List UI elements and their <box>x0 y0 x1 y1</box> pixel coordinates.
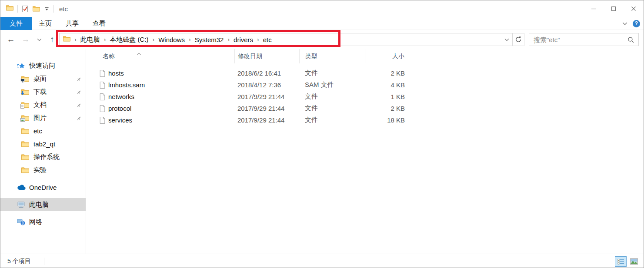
file-rows: hosts 2018/6/2 16:41 文件 2 KB lmhosts.sam… <box>87 67 644 126</box>
network-icon <box>17 219 26 225</box>
sidebar-item-label: 实验 <box>33 166 47 174</box>
collapse-ribbon-chevron-icon[interactable] <box>622 22 627 25</box>
breadcrumb-separator: › <box>70 36 80 43</box>
column-header-row: 名称 修改日期 类型 大小 <box>87 49 644 63</box>
sidebar-item-label: 文档 <box>33 101 47 109</box>
sidebar-item-network[interactable]: 网络 <box>0 215 86 228</box>
column-header-name[interactable]: 名称 <box>87 49 234 63</box>
file-type: 文件 <box>299 104 366 112</box>
properties-button[interactable] <box>22 5 28 13</box>
downloads-folder-icon <box>21 89 30 95</box>
new-folder-button[interactable] <box>33 6 40 12</box>
recent-locations-chevron-icon[interactable] <box>33 30 45 49</box>
folder-icon <box>21 128 30 134</box>
column-header-date-modified[interactable]: 修改日期 <box>234 49 299 63</box>
breadcrumb-separator: › <box>185 36 195 43</box>
quick-access-star-icon <box>17 62 26 69</box>
sidebar-item-os[interactable]: 操作系统 <box>0 150 86 163</box>
view-toggle-buttons <box>615 256 640 267</box>
breadcrumb-folder-icon <box>63 36 70 43</box>
toolbar-separator <box>17 5 18 13</box>
tab-view[interactable]: 查看 <box>86 17 113 30</box>
app-folder-icon[interactable] <box>6 5 13 13</box>
breadcrumb-windows[interactable]: Windows <box>158 36 185 43</box>
forward-button[interactable]: → <box>19 30 33 49</box>
window-title: etc <box>59 5 68 13</box>
large-icons-view-button[interactable] <box>628 256 640 267</box>
folder-icon <box>21 141 30 147</box>
breadcrumb-separator: › <box>224 36 234 43</box>
breadcrumb-drivers[interactable]: drivers <box>234 36 253 43</box>
tab-home[interactable]: 主页 <box>32 17 59 30</box>
details-view-button[interactable] <box>615 256 627 267</box>
breadcrumb-system32[interactable]: System32 <box>195 36 224 43</box>
sidebar-item-label: 操作系统 <box>33 153 60 161</box>
column-header-type[interactable]: 类型 <box>299 49 366 63</box>
sidebar-item-pictures[interactable]: 图片 <box>0 111 86 124</box>
title-bar: etc <box>0 0 644 17</box>
breadcrumb-etc[interactable]: etc <box>263 36 272 43</box>
close-button[interactable] <box>624 0 644 17</box>
file-name: hosts <box>108 69 124 77</box>
tab-share[interactable]: 共享 <box>59 17 86 30</box>
help-icon[interactable]: ? <box>633 20 640 27</box>
refresh-icon[interactable] <box>513 36 524 43</box>
sidebar-item-label: 快速访问 <box>29 62 55 70</box>
up-button[interactable]: ↑ <box>46 30 59 49</box>
sidebar-item-quick-access[interactable]: 快速访问 <box>0 59 86 72</box>
file-size: 1 KB <box>366 93 409 100</box>
address-bar[interactable]: › 此电脑 › 本地磁盘 (C:) › Windows › System32 ›… <box>59 33 524 46</box>
minimize-button[interactable] <box>584 0 604 17</box>
column-header-size[interactable]: 大小 <box>366 49 409 63</box>
file-row-hosts[interactable]: hosts 2018/6/2 16:41 文件 2 KB <box>87 67 644 79</box>
quick-access-toolbar <box>22 5 49 13</box>
sidebar-item-experiment[interactable]: 实验 <box>0 163 86 176</box>
search-icon[interactable] <box>627 36 634 43</box>
sidebar-item-label: etc <box>33 127 42 135</box>
sidebar-item-label: 网络 <box>29 218 42 226</box>
sidebar-item-tab2-qt[interactable]: tab2_qt <box>0 137 86 150</box>
file-size: 2 KB <box>366 105 409 112</box>
customize-toolbar-dropdown-icon[interactable] <box>44 7 49 11</box>
file-list-pane: 名称 修改日期 类型 大小 hosts 2018/6/2 16:41 文件 2 … <box>87 49 644 254</box>
file-row-services[interactable]: services 2017/9/29 21:44 文件 18 KB <box>87 114 644 126</box>
pin-icon <box>76 76 81 83</box>
search-box <box>529 33 639 46</box>
sidebar-item-documents[interactable]: 文档 <box>0 98 86 111</box>
file-row-lmhosts[interactable]: lmhosts.sam 2018/4/12 7:36 SAM 文件 4 KB <box>87 79 644 91</box>
file-name: lmhosts.sam <box>108 81 145 89</box>
file-icon <box>100 93 105 100</box>
status-divider <box>44 258 44 265</box>
documents-folder-icon <box>21 102 30 108</box>
file-size: 4 KB <box>366 81 409 89</box>
back-button[interactable]: ← <box>4 30 18 49</box>
file-icon <box>100 82 105 89</box>
file-size: 18 KB <box>366 116 409 124</box>
sidebar-item-desktop[interactable]: 桌面 <box>0 72 86 85</box>
pin-icon <box>76 115 81 122</box>
file-date: 2018/6/2 16:41 <box>234 69 299 77</box>
sidebar-item-etc[interactable]: etc <box>0 124 86 137</box>
sidebar-item-onedrive[interactable]: OneDrive <box>0 181 86 194</box>
search-input[interactable] <box>529 36 627 43</box>
file-type: 文件 <box>299 93 366 101</box>
sidebar-item-label: 桌面 <box>33 75 47 83</box>
window-controls <box>584 0 644 17</box>
sidebar-item-label: tab2_qt <box>33 140 55 148</box>
file-type: SAM 文件 <box>299 81 366 89</box>
file-type: 文件 <box>299 116 366 124</box>
breadcrumb-this-pc[interactable]: 此电脑 <box>80 36 100 44</box>
tab-file[interactable]: 文件 <box>0 17 32 30</box>
breadcrumb-local-disk-c[interactable]: 本地磁盘 (C:) <box>110 36 148 44</box>
sidebar-item-this-pc[interactable]: 此电脑 <box>0 198 86 211</box>
file-row-protocol[interactable]: protocol 2017/9/29 21:44 文件 2 KB <box>87 103 644 114</box>
address-dropdown-chevron-icon[interactable] <box>501 38 512 41</box>
file-explorer-window: etc 文件 主页 共享 查看 ? ← → ↑ › 此电脑 › 本地磁盘 (C:… <box>0 0 644 268</box>
breadcrumb-separator: › <box>149 36 159 43</box>
pictures-folder-icon <box>21 115 30 121</box>
maximize-button[interactable] <box>604 0 624 17</box>
folder-icon <box>21 167 30 173</box>
sidebar-item-downloads[interactable]: 下载 <box>0 85 86 98</box>
folder-icon <box>21 154 30 160</box>
file-row-networks[interactable]: networks 2017/9/29 21:44 文件 1 KB <box>87 91 644 103</box>
